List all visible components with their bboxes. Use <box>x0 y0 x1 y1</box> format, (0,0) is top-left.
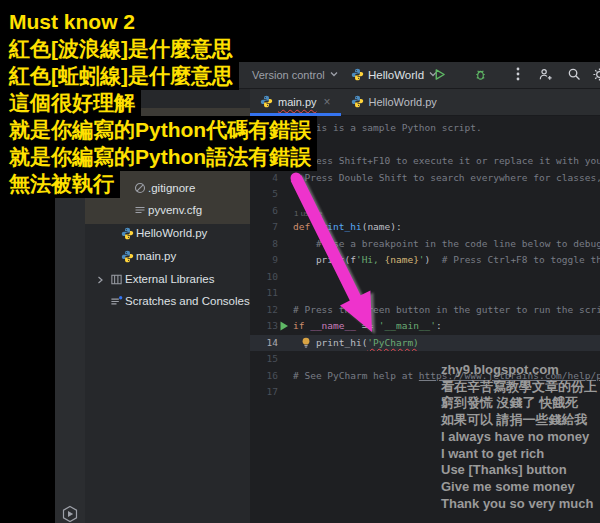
tree-item-label: main.py <box>136 250 176 262</box>
code-line <box>293 269 600 286</box>
annotation-line: 紅色[波浪線]是什麼意思 <box>4 35 239 63</box>
tab-label: main.py <box>278 96 317 108</box>
code-line: if __name__ == '__main__': <box>293 318 600 335</box>
debug-button[interactable] <box>474 62 487 88</box>
code-line: # Press Shift+F10 to execute it or repla… <box>293 153 600 170</box>
hexagon-play-icon <box>61 509 79 523</box>
tree-item-helloworld-py[interactable]: HelloWorld.py <box>85 224 250 245</box>
vcs-widget[interactable]: Version control <box>252 62 339 88</box>
python-icon <box>121 227 135 241</box>
config-file-icon <box>134 204 148 218</box>
close-icon[interactable]: × <box>324 95 331 109</box>
code-token: # This is a sample Python script. <box>293 122 482 133</box>
tab-main-py[interactable]: main.py× <box>250 89 341 115</box>
screenshot-canvas: Version control HelloWorld <box>0 0 600 523</box>
code-line: # Use a breakpoint in the code line belo… <box>293 236 600 253</box>
watermark-line: Thank you so very much <box>441 496 597 513</box>
code-token: 'PyCharm) <box>367 337 418 348</box>
gutter-line-number: 5 <box>250 186 278 203</box>
code-line <box>293 186 600 203</box>
watermark-line: zhy9.blogspot.com <box>441 362 597 379</box>
python-icon <box>260 95 273 110</box>
annotation-line: 這個很好理解 <box>4 89 141 117</box>
code-token: == <box>356 320 379 331</box>
annotation-line: 就是你編寫的Python語法有錯誤 <box>4 143 317 171</box>
annotation-line: Must know 2 <box>4 8 141 36</box>
python-icon <box>121 250 135 264</box>
tree-item-label: pyvenv.cfg <box>148 204 202 216</box>
tree-item-scratches-and-consoles[interactable]: Scratches and Consoles <box>85 292 250 313</box>
gutter-line-number: 4 <box>250 170 278 187</box>
scratch-icon <box>110 295 124 309</box>
services-button[interactable] <box>61 505 79 523</box>
gutter-line-number: 14 <box>250 335 278 352</box>
editor-tab-bar: main.py×HelloWorld.py <box>250 89 600 116</box>
settings-button[interactable] <box>592 62 600 88</box>
run-config-selector[interactable]: HelloWorld <box>351 62 438 88</box>
code-token: '__main__' <box>379 320 436 331</box>
run-config-label: HelloWorld <box>368 69 424 81</box>
debug-icon <box>474 68 487 83</box>
code-line: def print_hi(name): <box>293 219 600 236</box>
library-icon <box>110 273 124 287</box>
quickfix-lightbulb-icon[interactable] <box>301 337 311 349</box>
code-token: # Press Ctrl+F8 to toggle the b <box>442 254 600 265</box>
code-token: if <box>293 320 310 331</box>
gutter-line-number: 10 <box>250 269 278 286</box>
watermark-line: Use [Thanks] button <box>441 462 597 479</box>
vcs-label: Version control <box>252 69 325 81</box>
gutter-line-number: 11 <box>250 285 278 302</box>
add-user-icon <box>538 67 553 84</box>
code-token: # Press the green button in the gutter t… <box>293 304 600 315</box>
gutter-line-number: 12 <box>250 302 278 319</box>
gutter-line-number: 9 <box>250 252 278 269</box>
tree-item-label: Scratches and Consoles <box>125 295 250 307</box>
code-line <box>293 137 600 154</box>
no-entry-icon <box>134 182 148 196</box>
code-line: # Press the green button in the gutter t… <box>293 302 600 319</box>
code-token: # Use a breakpoint in the code line belo… <box>293 238 600 249</box>
run-line-icon[interactable] <box>279 321 289 331</box>
python-icon <box>351 95 364 110</box>
tree-item-label: External Libraries <box>125 273 214 285</box>
tree-item-main-py[interactable]: main.py <box>85 247 250 268</box>
tree-item-pyvenv-cfg[interactable]: pyvenv.cfg <box>85 201 250 222</box>
tab-helloworld-py[interactable]: HelloWorld.py <box>341 89 447 115</box>
more-icon <box>516 67 520 83</box>
code-token: : <box>436 320 442 331</box>
gutter-line-number: 17 <box>250 384 278 401</box>
code-token: __name__ <box>310 320 356 331</box>
watermark-line: I want to get rich <box>441 446 597 463</box>
python-icon <box>351 68 364 83</box>
code-with-me-button[interactable] <box>538 62 553 88</box>
settings-icon <box>592 67 600 84</box>
code-line: print(f'Hi, {name}') # Press Ctrl+F8 to … <box>293 252 600 269</box>
watermark-line: 看在辛苦寫教學文章的份上 <box>441 379 597 396</box>
chevron-right-icon[interactable] <box>95 275 105 285</box>
watermark-line: Give me some money <box>441 479 597 496</box>
watermark-line: 如果可以 請捐一些錢給我 <box>441 412 597 429</box>
annotation-line: 無法被執行 <box>4 170 120 198</box>
gutter-line-number: 6 <box>250 203 278 220</box>
code-token: # Press Double Shift to search everywher… <box>293 172 600 183</box>
code-token: {name} <box>385 254 419 265</box>
run-icon <box>433 68 446 83</box>
code-line <box>293 285 600 302</box>
watermark-line: I always have no money <box>441 429 597 446</box>
code-token: # See PyCharm help at <box>293 370 419 381</box>
tab-label: HelloWorld.py <box>369 96 437 108</box>
code-line <box>293 203 600 220</box>
more-actions-button[interactable] <box>516 62 520 88</box>
gutter-line-number: 7 <box>250 219 278 236</box>
code-token: print(f <box>293 254 356 265</box>
code-token: print_hi <box>316 221 362 232</box>
code-token: def <box>293 221 316 232</box>
search-everywhere-button[interactable] <box>567 62 581 88</box>
gutter-line-number: 8 <box>250 236 278 253</box>
annotation-line: 紅色[蚯蚓線]是什麼意思 <box>4 62 239 90</box>
tree-item-label: HelloWorld.py <box>136 227 207 239</box>
gutter-line-number: 15 <box>250 351 278 368</box>
tree-item-external-libraries[interactable]: External Libraries <box>85 270 250 291</box>
watermark-line: 窮到發慌 沒錢了 快餓死 <box>441 395 597 412</box>
run-button[interactable] <box>433 62 446 88</box>
